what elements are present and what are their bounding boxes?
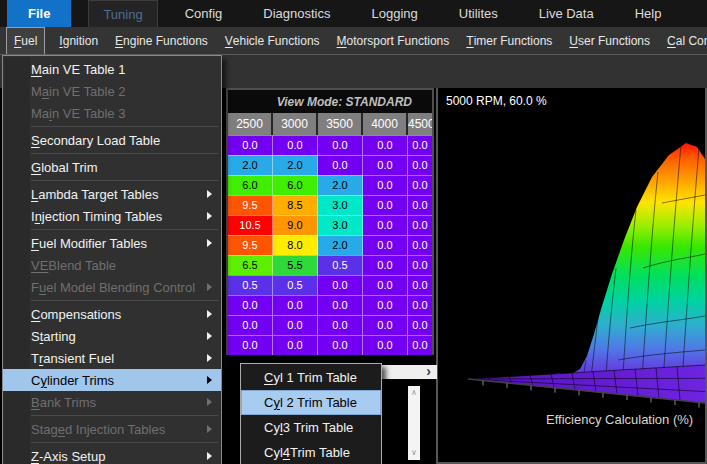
table-cell[interactable]: 0.0	[273, 135, 318, 155]
table-cell[interactable]: 9.5	[228, 195, 273, 215]
table-cell[interactable]: 0.0	[408, 135, 432, 155]
table-cell[interactable]: 0.5	[318, 255, 363, 275]
top-menu-tuning[interactable]: Tuning	[88, 0, 157, 27]
table-cell[interactable]: 0.0	[228, 315, 273, 335]
ribbon-item-cal-control[interactable]: Cal Control	[664, 27, 707, 54]
submenu-item-cyl-4-trim-table[interactable]: Cyl 4 Trim Table	[241, 440, 381, 464]
table-cell[interactable]: 0.0	[363, 175, 408, 195]
table-cell[interactable]: 8.5	[273, 195, 318, 215]
table-cell[interactable]: 0.0	[363, 135, 408, 155]
top-menu-live-data[interactable]: Live Data	[525, 0, 608, 27]
ribbon-item-user-functions[interactable]: User Functions	[566, 27, 653, 54]
ribbon-item-ignition[interactable]: Ignition	[56, 27, 101, 54]
table-cell[interactable]: 3.0	[318, 215, 363, 235]
fuel-menu-item-transient-fuel[interactable]: Transient Fuel	[3, 347, 221, 369]
top-menu-logging[interactable]: Logging	[357, 0, 431, 27]
table-cell[interactable]: 0.0	[408, 175, 432, 195]
table-cell[interactable]: 6.0	[273, 175, 318, 195]
table-cell[interactable]: 0.0	[363, 315, 408, 335]
ribbon-item-engine-functions[interactable]: Engine Functions	[112, 27, 211, 54]
table-cell[interactable]: 0.0	[318, 335, 363, 355]
ribbon-item-motorsport-functions[interactable]: Motorsport Functions	[334, 27, 453, 54]
label-accel: nj	[35, 209, 45, 224]
table-cell[interactable]: 0.0	[408, 315, 432, 335]
table-cell[interactable]: 10.5	[228, 215, 273, 235]
table-cell[interactable]: 0.5	[228, 275, 273, 295]
top-menu-file[interactable]: File	[7, 0, 71, 27]
table-cell[interactable]: 0.0	[363, 275, 408, 295]
table-cell[interactable]: 3.0	[318, 195, 363, 215]
table-cell[interactable]: 0.0	[228, 295, 273, 315]
table-cell[interactable]: 0.0	[408, 235, 432, 255]
fuel-menu-item-starting[interactable]: Starting	[3, 325, 221, 347]
table-cell[interactable]: 9.0	[273, 215, 318, 235]
table-cell[interactable]: 0.0	[408, 215, 432, 235]
fuel-menu-item-main-ve-table-1[interactable]: Main VE Table 1	[3, 58, 221, 80]
top-menu-config[interactable]: Config	[171, 0, 237, 27]
label-accel: F	[14, 34, 21, 48]
top-menu-diagnostics[interactable]: Diagnostics	[249, 0, 344, 27]
table-cell[interactable]: 0.5	[273, 275, 318, 295]
table-cell[interactable]: 0.0	[363, 295, 408, 315]
table-cell[interactable]: 0.0	[273, 315, 318, 335]
scroll-down-icon[interactable]: ∨	[408, 448, 420, 458]
table-cell[interactable]: 0.0	[408, 335, 432, 355]
ve-table-panel: View Mode: STANDARD 25003000350040004500…	[226, 88, 434, 355]
table-cell[interactable]: 6.5	[228, 255, 273, 275]
table-cell[interactable]: 0.0	[318, 295, 363, 315]
table-cell[interactable]: 0.0	[363, 195, 408, 215]
vertical-scrollbar[interactable]: ∧ ∨	[408, 386, 420, 460]
table-cell[interactable]: 0.0	[318, 135, 363, 155]
scroll-up-icon[interactable]: ∧	[408, 388, 420, 398]
table-cell[interactable]: 0.0	[363, 235, 408, 255]
table-cell[interactable]: 0.0	[408, 295, 432, 315]
app-window: FileTuningConfigDiagnosticsLoggingUtilit…	[0, 0, 707, 464]
table-cell[interactable]: 0.0	[408, 155, 432, 175]
submenu-arrow-icon	[207, 398, 212, 406]
table-cell[interactable]: 2.0	[228, 155, 273, 175]
table-cell[interactable]: 8.0	[273, 235, 318, 255]
submenu-item-cyl-3-trim-table[interactable]: Cyl 3 Trim Table	[241, 415, 381, 440]
table-cell[interactable]: 0.0	[228, 335, 273, 355]
fuel-menu-item-global-trim[interactable]: Global Trim	[3, 156, 221, 178]
ribbon-item-fuel[interactable]: Fuel	[6, 27, 45, 54]
label-accel: B	[31, 395, 40, 410]
table-cell[interactable]: 0.0	[408, 255, 432, 275]
scroll-right-icon[interactable]: ›	[420, 365, 437, 379]
fuel-menu-item-lambda-target-tables[interactable]: Lambda Target Tables	[3, 183, 221, 205]
top-menu-utilites[interactable]: Utilites	[445, 0, 512, 27]
ribbon-item-vehicle-functions[interactable]: Vehicle Functions	[222, 27, 323, 54]
table-cell[interactable]: 0.0	[273, 335, 318, 355]
table-cell[interactable]: 5.5	[273, 255, 318, 275]
submenu-arrow-icon	[207, 376, 212, 384]
submenu-item-cyl-1-trim-table[interactable]: Cyl 1 Trim Table	[241, 365, 381, 390]
table-cell[interactable]: 0.0	[318, 315, 363, 335]
fuel-menu-item-injection-timing-tables[interactable]: Injection Timing Tables	[3, 205, 221, 227]
submenu-item-cyl-2-trim-table[interactable]: Cyl 2 Trim Table	[241, 390, 381, 415]
table-cell[interactable]: 0.0	[273, 295, 318, 315]
table-cell[interactable]: 9.5	[228, 235, 273, 255]
table-cell[interactable]: 0.0	[363, 335, 408, 355]
table-cell[interactable]: 2.0	[318, 235, 363, 255]
label-post: ansient Fuel	[43, 351, 114, 366]
table-cell[interactable]: 0.0	[318, 155, 363, 175]
table-cell[interactable]: 0.0	[363, 155, 408, 175]
fuel-menu-item-fuel-modifier-tables[interactable]: Fuel Modifier Tables	[3, 232, 221, 254]
table-cell[interactable]: 0.0	[408, 275, 432, 295]
table-cell[interactable]: 2.0	[318, 175, 363, 195]
table-cell[interactable]: 0.0	[363, 215, 408, 235]
submenu-arrow-icon	[207, 354, 212, 362]
table-cell[interactable]: 0.0	[318, 275, 363, 295]
top-menu-help[interactable]: Help	[621, 0, 676, 27]
menu-separator	[31, 126, 218, 127]
table-cell[interactable]: 0.0	[363, 255, 408, 275]
table-cell[interactable]: 0.0	[228, 135, 273, 155]
fuel-menu-item-secondary-load-table[interactable]: Secondary Load Table	[3, 129, 221, 151]
fuel-menu-item-cylinder-trims[interactable]: Cylinder Trims	[3, 369, 221, 391]
table-cell[interactable]: 2.0	[273, 155, 318, 175]
table-cell[interactable]: 0.0	[408, 195, 432, 215]
ribbon-item-timer-functions[interactable]: Timer Functions	[463, 27, 555, 54]
fuel-menu-item-z-axis-setup[interactable]: Z-Axis Setup	[3, 445, 221, 464]
table-cell[interactable]: 6.0	[228, 175, 273, 195]
fuel-menu-item-compensations[interactable]: Compensations	[3, 303, 221, 325]
